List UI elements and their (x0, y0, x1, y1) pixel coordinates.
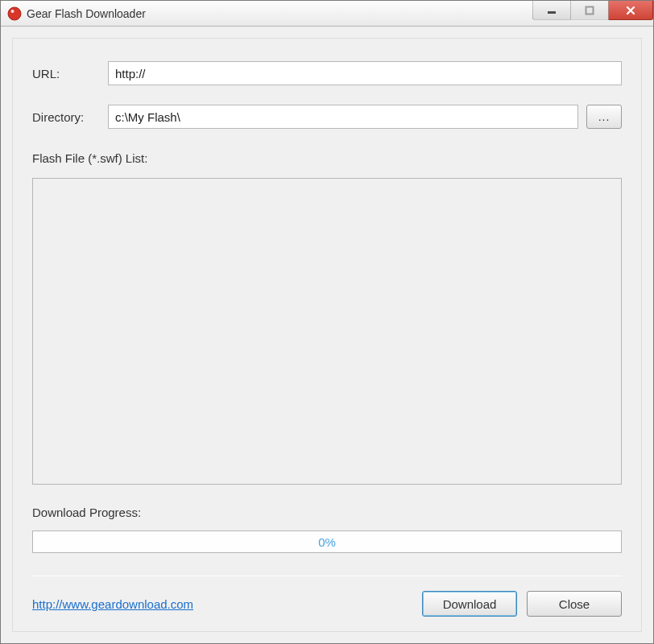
close-button[interactable]: Close (527, 591, 622, 617)
url-row: URL: (32, 61, 622, 85)
file-list[interactable] (32, 178, 622, 485)
directory-row: Directory: ... (32, 105, 622, 129)
window-title: Gear Flash Downloader (27, 7, 146, 20)
website-link[interactable]: http://www.geardownload.com (32, 597, 193, 611)
close-window-button[interactable] (608, 1, 653, 20)
content-area: URL: Directory: ... Flash File (*.swf) L… (1, 27, 653, 643)
svg-point-1 (11, 10, 14, 13)
progress-bar: 0% (32, 530, 622, 553)
titlebar[interactable]: Gear Flash Downloader (1, 1, 653, 27)
minimize-icon (547, 6, 557, 15)
main-panel: URL: Directory: ... Flash File (*.swf) L… (12, 38, 642, 632)
close-icon (625, 6, 636, 15)
download-button[interactable]: Download (422, 591, 517, 617)
app-icon (7, 6, 22, 21)
svg-rect-2 (548, 11, 556, 14)
divider (32, 576, 622, 576)
progress-label: Download Progress: (32, 506, 622, 519)
app-window: Gear Flash Downloader URL: (0, 0, 654, 644)
file-list-label: Flash File (*.swf) List: (32, 151, 622, 165)
svg-point-0 (8, 7, 21, 20)
progress-text: 0% (318, 535, 336, 549)
window-controls (533, 1, 653, 20)
footer: http://www.geardownload.com Download Clo… (32, 591, 622, 617)
directory-label: Directory: (32, 110, 108, 124)
maximize-button (570, 1, 609, 20)
browse-button[interactable]: ... (586, 105, 622, 129)
minimize-button[interactable] (532, 1, 571, 20)
url-input[interactable] (108, 61, 622, 85)
svg-rect-3 (586, 6, 594, 14)
url-label: URL: (32, 67, 108, 80)
directory-input[interactable] (108, 105, 578, 129)
maximize-icon (585, 6, 594, 15)
